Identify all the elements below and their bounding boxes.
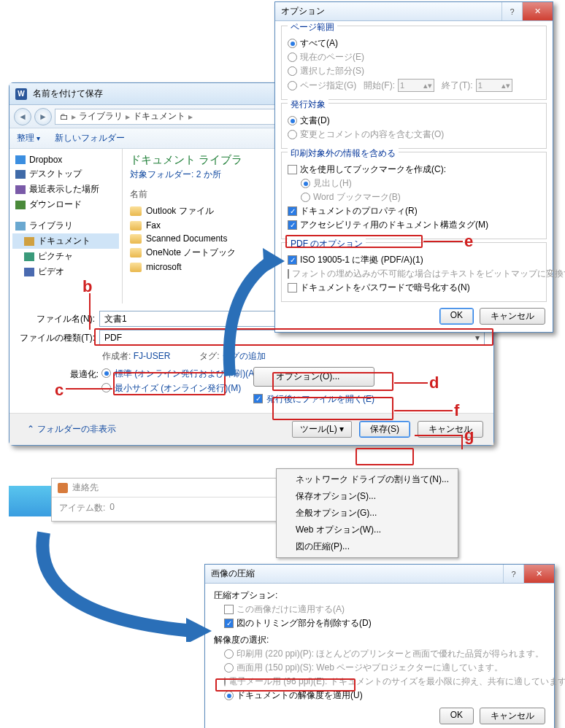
radio-icon	[224, 691, 234, 700]
optimize-min-radio[interactable]: 最小サイズ (オンライン発行)(M)	[101, 383, 224, 395]
docprops-check[interactable]: ドキュメントのプロパティ(R)	[288, 205, 540, 217]
tree-libraries[interactable]: ライブラリ	[12, 218, 119, 233]
tree-downloads[interactable]: ダウンロード	[12, 197, 119, 212]
nonprint-group: 印刷対象外の情報を含める 次を使用してブックマークを作成(C): 見出し(H) …	[281, 152, 547, 239]
crop-check[interactable]: 図のトリミング部分を削除する(D)	[214, 617, 545, 630]
headings-radio[interactable]: 見出し(H)	[288, 177, 540, 190]
range-current-radio[interactable]: 現在のページ(E)	[288, 51, 540, 63]
background-window: 連絡先 アイテム数: 0	[51, 478, 277, 522]
folder-icon	[130, 206, 142, 216]
start-page-spinner[interactable]: 1▴▾	[398, 79, 434, 92]
folder-toggle[interactable]: ⌃フォルダーの非表示	[27, 423, 116, 435]
optimize-standard-radio[interactable]: 標準 (オンライン発行および印刷)(A)	[101, 368, 224, 380]
word-bm-radio[interactable]: Word ブックマーク(B)	[288, 191, 540, 204]
radio-icon	[101, 368, 111, 378]
tree-recent[interactable]: 最近表示した場所	[12, 182, 119, 197]
check-icon	[288, 220, 297, 230]
radio-icon	[288, 66, 297, 76]
options-button[interactable]: オプション(O)...	[253, 367, 374, 387]
items-count-label: アイテム数:	[59, 502, 105, 514]
breadcrumb-2[interactable]: ドキュメント	[133, 110, 185, 123]
radio-icon	[288, 81, 297, 90]
check-icon	[224, 619, 234, 628]
save-button[interactable]: 保存(S)	[359, 421, 410, 438]
nav-fwd-button[interactable]: ►	[34, 108, 52, 125]
radio-icon	[288, 39, 297, 48]
contacts-label: 連絡先	[72, 481, 99, 494]
target-folder-value[interactable]: 2 か所	[196, 169, 221, 179]
tools-menu: ネットワーク ドライブの割り当て(N)... 保存オプション(S)... 全般オ…	[276, 468, 458, 558]
menu-compress[interactable]: 図の圧縮(P)...	[277, 538, 458, 555]
options-ok-button[interactable]: OK	[439, 308, 474, 325]
tools-dropdown[interactable]: ツール(L) ▾	[292, 421, 352, 438]
tree-dropbox[interactable]: Dropbox	[12, 153, 119, 166]
docres-radio[interactable]: ドキュメントの解像度を適用(U)	[214, 689, 545, 702]
bookmarks-check[interactable]: 次を使用してブックマークを作成(C):	[288, 163, 540, 176]
filetype-label: ファイルの種類(T):	[18, 332, 95, 344]
organize-menu[interactable]: 整理	[17, 132, 40, 144]
range-specify-radio[interactable]: ページ指定(G) 開始(F): 1▴▾ 終了(T): 1▴▾	[288, 79, 540, 92]
a11y-check[interactable]: アクセシビリティ用のドキュメント構造タグ(M)	[288, 219, 540, 231]
page-range-group: ページ範囲 すべて(A) 現在のページ(E) 選択した部分(S) ページ指定(G…	[281, 26, 547, 100]
target-comments-radio[interactable]: 変更とコメントの内容を含む文書(O)	[288, 128, 540, 141]
action-row: ⌃フォルダーの非表示 ツール(L) ▾ 保存(S) キャンセル	[9, 413, 493, 445]
bitmap-check[interactable]: フォントの埋め込みが不可能な場合はテキストをビットマップに変換する(X)	[288, 268, 540, 280]
nav-back-button[interactable]: ◄	[14, 108, 31, 125]
range-all-radio[interactable]: すべて(A)	[288, 37, 540, 50]
open-after-checkbox[interactable]: 発行後にファイルを開く(E)	[253, 394, 374, 406]
screen-radio[interactable]: 画面用 (150 ppi)(S): Web ページやプロジェクターに適しています…	[214, 662, 545, 674]
compress-title: 画像の圧縮	[211, 568, 255, 580]
help-button[interactable]: ?	[503, 565, 523, 583]
target-doc-radio[interactable]: 文書(D)	[288, 115, 540, 127]
radio-icon	[224, 649, 234, 659]
tree-documents[interactable]: ドキュメント	[12, 233, 119, 249]
breadcrumb-1[interactable]: ライブラリ	[79, 110, 123, 123]
close-button[interactable]: ✕	[522, 2, 553, 20]
end-page-spinner[interactable]: 1▴▾	[476, 79, 512, 92]
desktop-icon	[15, 170, 26, 179]
radio-icon	[288, 130, 297, 139]
tree-videos[interactable]: ビデオ	[12, 264, 119, 279]
compress-dialog: 画像の圧縮 ? ✕ 圧縮オプション: この画像だけに適用する(A) 図のトリミン…	[204, 564, 555, 728]
dropbox-icon	[15, 155, 26, 164]
password-check[interactable]: ドキュメントをパスワードで暗号化する(N)	[288, 282, 540, 294]
cancel-button[interactable]: キャンセル	[418, 421, 483, 438]
new-folder-button[interactable]: 新しいフォルダー	[55, 132, 125, 144]
compress-ok-button[interactable]: OK	[439, 708, 474, 724]
help-button[interactable]: ?	[501, 2, 522, 20]
tag-value[interactable]: タグの追加	[222, 351, 266, 361]
check-icon	[288, 269, 289, 279]
radio-icon	[101, 383, 111, 392]
menu-general-opts[interactable]: 全般オプション(G)...	[277, 505, 458, 522]
contacts-icon	[58, 483, 68, 493]
compress-cancel-button[interactable]: キャンセル	[480, 708, 545, 724]
range-selection-radio[interactable]: 選択した部分(S)	[288, 65, 540, 77]
options-title: オプション	[281, 5, 325, 18]
menu-save-opts[interactable]: 保存オプション(S)...	[277, 488, 458, 505]
check-icon	[288, 206, 297, 216]
options-dialog: オプション ? ✕ ページ範囲 すべて(A) 現在のページ(E) 選択した部分(…	[274, 1, 553, 333]
iso-check[interactable]: ISO 19005-1 に準拠 (PDF/A)(1)	[288, 254, 540, 266]
recent-icon	[15, 185, 26, 194]
check-icon	[288, 255, 297, 265]
resolution-label: 解像度の選択:	[214, 634, 545, 646]
folder-icon	[130, 263, 142, 272]
tree-pictures[interactable]: ピクチャ	[12, 249, 119, 264]
ann-box-g	[355, 448, 414, 465]
only-this-check[interactable]: この画像だけに適用する(A)	[214, 603, 545, 616]
compress-options-label: 圧縮オプション:	[214, 589, 545, 602]
tree-desktop[interactable]: デスクトップ	[12, 166, 119, 182]
radio-icon	[288, 53, 297, 62]
pictures-icon	[24, 252, 34, 261]
nonprint-legend: 印刷対象外の情報を含める	[288, 147, 399, 160]
author-value[interactable]: FJ-USER	[134, 351, 171, 361]
options-cancel-button[interactable]: キャンセル	[480, 308, 545, 325]
folder-icon	[130, 248, 142, 257]
menu-web-opts[interactable]: Web オプション(W)...	[277, 522, 458, 538]
close-button[interactable]: ✕	[523, 565, 554, 583]
email-radio[interactable]: 電子メール用 (96 ppi)(E): ドキュメントのサイズを最小限に抑え、共有…	[214, 675, 545, 688]
radio-icon	[224, 663, 234, 673]
optimize-label: 最適化:	[62, 368, 99, 381]
print-radio[interactable]: 印刷用 (220 ppi)(P): ほとんどのプリンターと画面で優れた品質が得ら…	[214, 648, 545, 660]
menu-map-drive[interactable]: ネットワーク ドライブの割り当て(N)...	[277, 471, 458, 488]
